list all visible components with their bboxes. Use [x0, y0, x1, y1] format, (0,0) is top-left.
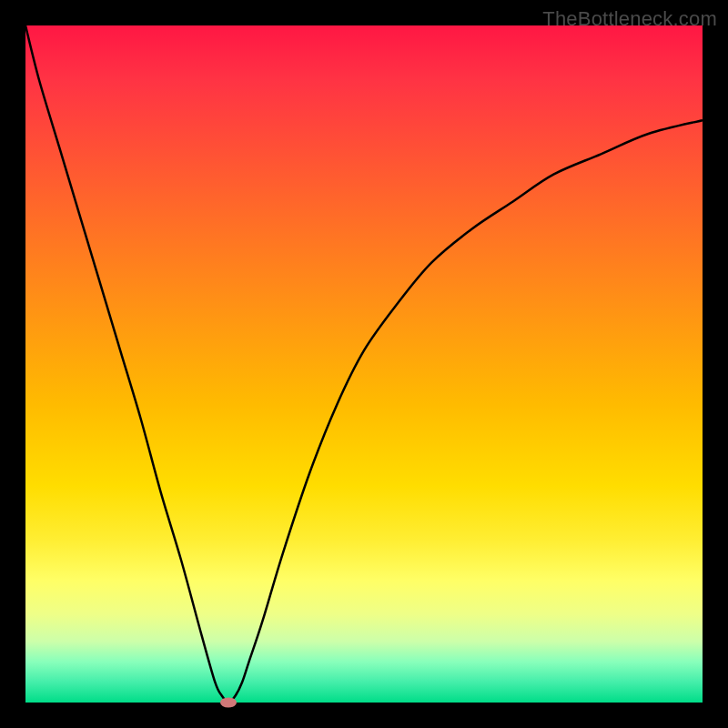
- bottleneck-curve: [25, 25, 703, 703]
- chart-container: TheBottleneck.com: [0, 0, 728, 728]
- curve-layer: [25, 25, 703, 703]
- optimal-point-marker: [220, 698, 237, 708]
- watermark-text: TheBottleneck.com: [542, 7, 717, 31]
